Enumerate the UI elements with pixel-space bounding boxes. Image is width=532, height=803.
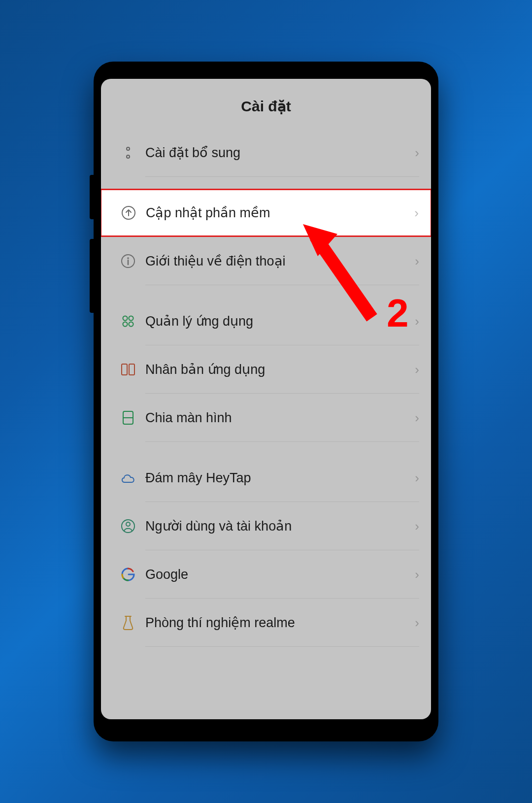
settings-item-label: Phòng thí nghiệm realme (145, 615, 415, 631)
settings-item-heytap-cloud[interactable]: Đám mây HeyTap › (101, 454, 431, 502)
section-gap (101, 285, 431, 297)
chevron-right-icon: › (415, 615, 419, 631)
svg-rect-11 (129, 364, 134, 375)
phone-mockup-frame: Cài đặt Cài đặt bổ sung › (94, 62, 438, 741)
settings-item-label: Chia màn hình (145, 410, 415, 426)
svg-point-6 (123, 316, 128, 321)
chevron-right-icon: › (415, 314, 419, 329)
divider (145, 176, 419, 177)
settings-item-software-update[interactable]: Cập nhật phần mềm › (101, 189, 431, 237)
settings-item-split-screen[interactable]: Chia màn hình › (101, 394, 431, 442)
svg-point-8 (123, 322, 128, 327)
chevron-right-icon: › (415, 145, 419, 161)
page-title: Cài đặt (101, 79, 431, 129)
chevron-right-icon: › (415, 567, 419, 582)
settings-item-label: Google (145, 567, 415, 582)
settings-item-about-phone[interactable]: Giới thiệu về điện thoại › (101, 237, 431, 285)
chevron-right-icon: › (415, 410, 419, 426)
apps-grid-icon (111, 314, 145, 329)
settings-item-label: Đám mây HeyTap (145, 470, 415, 486)
settings-item-label: Quản lý ứng dụng (145, 313, 415, 329)
svg-point-1 (127, 155, 130, 158)
settings-list: Cài đặt bổ sung › Cập nhật phần mềm › (101, 129, 431, 647)
user-icon (111, 518, 145, 534)
settings-item-app-cloner[interactable]: Nhân bản ứng dụng › (101, 345, 431, 394)
svg-point-7 (129, 316, 133, 321)
update-arrow-icon (111, 204, 146, 221)
chevron-right-icon: › (415, 470, 419, 486)
info-icon (111, 253, 145, 269)
divider (145, 285, 419, 285)
cloud-icon (111, 471, 145, 484)
chevron-right-icon: › (415, 362, 419, 377)
settings-item-additional[interactable]: Cài đặt bổ sung › (101, 129, 431, 177)
divider (145, 646, 419, 647)
lab-flask-icon (111, 615, 145, 631)
svg-point-4 (127, 257, 129, 259)
svg-point-9 (129, 322, 133, 327)
section-gap (101, 442, 431, 454)
divider (145, 441, 419, 442)
chevron-right-icon: › (414, 205, 419, 221)
settings-item-realme-lab[interactable]: Phòng thí nghiệm realme › (101, 599, 431, 647)
split-screen-icon (111, 410, 145, 426)
svg-point-15 (126, 522, 130, 526)
settings-item-label: Nhân bản ứng dụng (145, 362, 415, 377)
settings-item-label: Cập nhật phần mềm (146, 205, 414, 221)
settings-item-google[interactable]: Google › (101, 550, 431, 599)
svg-rect-10 (122, 364, 127, 375)
svg-point-0 (127, 147, 130, 150)
phone-screen: Cài đặt Cài đặt bổ sung › (101, 79, 431, 719)
settings-item-users-accounts[interactable]: Người dùng và tài khoản › (101, 502, 431, 550)
chevron-right-icon: › (415, 519, 419, 534)
google-icon (111, 567, 145, 582)
settings-item-label: Người dùng và tài khoản (145, 518, 415, 534)
chevron-right-icon: › (415, 254, 419, 269)
settings-item-app-management[interactable]: Quản lý ứng dụng › (101, 297, 431, 345)
settings-item-label: Cài đặt bổ sung (145, 145, 415, 161)
clone-panels-icon (111, 363, 145, 376)
settings-item-label: Giới thiệu về điện thoại (145, 253, 415, 269)
section-gap (101, 177, 431, 189)
more-dots-icon (111, 145, 145, 160)
